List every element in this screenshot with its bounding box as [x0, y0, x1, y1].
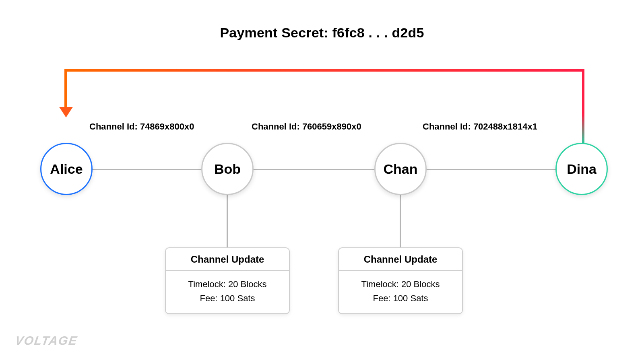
node-alice: Alice: [40, 143, 93, 195]
node-dina: Dina: [555, 143, 608, 195]
edge-bob-update: [227, 195, 228, 247]
channel-update-chan-fee: Fee: 100 Sats: [343, 291, 458, 305]
return-path-arrowhead-icon: [59, 107, 73, 117]
node-chan-label: Chan: [384, 161, 418, 177]
voltage-logo-text: VOLTAGE: [14, 334, 78, 348]
channel-id-alice-bob: Channel Id: 74869x800x0: [89, 121, 194, 132]
channel-update-chan-title: Channel Update: [339, 248, 462, 271]
channel-update-chan: Channel Update Timelock: 20 Blocks Fee: …: [338, 247, 463, 314]
edge-chan-dina: [407, 169, 564, 170]
channel-update-bob-timelock: Timelock: 20 Blocks: [170, 277, 285, 291]
channel-id-chan-dina: Channel Id: 702488x1814x1: [423, 121, 537, 132]
channel-update-bob-fee: Fee: 100 Sats: [170, 291, 285, 305]
channel-id-bob-chan: Channel Id: 760659x890x0: [252, 121, 361, 132]
voltage-logo: VOLTAGE: [15, 334, 78, 348]
edge-alice-bob: [80, 169, 209, 170]
channel-update-bob-title: Channel Update: [166, 248, 289, 271]
node-dina-label: Dina: [567, 161, 597, 177]
channel-update-chan-timelock: Timelock: 20 Blocks: [343, 277, 458, 291]
return-path-top: [64, 69, 584, 72]
page-title: Payment Secret: f6fc8 . . . d2d5: [0, 25, 644, 41]
return-path-left: [64, 69, 67, 109]
edge-bob-chan: [233, 169, 386, 170]
node-bob: Bob: [201, 143, 254, 195]
channel-update-bob: Channel Update Timelock: 20 Blocks Fee: …: [165, 247, 290, 314]
edge-chan-update: [400, 195, 401, 247]
node-chan: Chan: [374, 143, 427, 195]
diagram-stage: Payment Secret: f6fc8 . . . d2d5 Channel…: [0, 0, 644, 362]
node-alice-label: Alice: [50, 161, 83, 177]
node-bob-label: Bob: [214, 161, 241, 177]
return-path-right: [582, 69, 584, 144]
